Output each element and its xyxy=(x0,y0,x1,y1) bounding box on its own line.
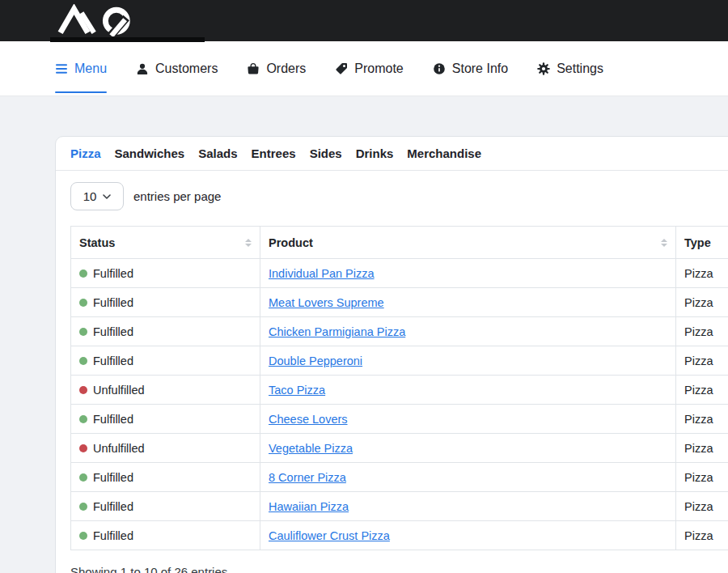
type-cell: Pizza xyxy=(676,434,728,463)
status-dot xyxy=(79,532,87,540)
nav-item-customers[interactable]: Customers xyxy=(136,41,218,96)
product-link[interactable]: Meat Lovers Supreme xyxy=(269,296,384,309)
status-label: Fulfilled xyxy=(93,500,133,513)
sort-icon xyxy=(245,239,252,247)
table-row: Fulfilled Chicken Parmigiana Pizza Pizza xyxy=(71,317,728,346)
status-label: Fulfilled xyxy=(93,354,133,367)
nav-item-menu[interactable]: Menu xyxy=(55,41,107,96)
product-cell: Cheese Lovers xyxy=(260,405,676,434)
menu-card: Pizza Sandwiches Salads Entrees Sides Dr… xyxy=(55,136,728,573)
tag-icon xyxy=(335,62,348,75)
status-cell: Fulfilled xyxy=(71,288,260,317)
status-label: Fulfilled xyxy=(93,267,133,280)
table-row: Fulfilled Cauliflower Crust Pizza Pizza xyxy=(71,521,728,550)
hamburger-icon xyxy=(55,63,68,74)
table-row: Fulfilled Double Pepperoni Pizza xyxy=(71,346,728,376)
nav-item-label: Promote xyxy=(354,62,403,76)
type-cell: Pizza xyxy=(676,405,728,434)
table-row: Fulfilled Individual Pan Pizza Pizza xyxy=(71,259,728,288)
product-link[interactable]: Taco Pizza xyxy=(269,384,325,397)
table-header-row: Status Product Type xyxy=(71,227,728,259)
table-row: Unfulfilled Taco Pizza Pizza xyxy=(71,376,728,405)
product-link[interactable]: Cauliflower Crust Pizza xyxy=(269,529,390,542)
status-label: Fulfilled xyxy=(93,413,133,426)
status-dot xyxy=(79,386,87,394)
tab-merchandise[interactable]: Merchandise xyxy=(407,146,481,160)
nav-item-label: Store Info xyxy=(452,62,508,76)
type-cell: Pizza xyxy=(676,259,728,288)
product-cell: Vegetable Pizza xyxy=(260,434,676,463)
type-label: Pizza xyxy=(684,500,713,513)
column-header-status[interactable]: Status xyxy=(71,227,260,259)
product-cell: Taco Pizza xyxy=(260,376,676,405)
page-size-row: 10 entries per page xyxy=(70,182,728,210)
nav-item-orders[interactable]: Orders xyxy=(247,41,306,96)
product-cell: Double Pepperoni xyxy=(260,346,676,376)
chevron-down-icon xyxy=(103,194,111,199)
tab-salads[interactable]: Salads xyxy=(198,146,237,160)
product-link[interactable]: Individual Pan Pizza xyxy=(269,267,375,280)
status-dot xyxy=(79,299,87,307)
nav-item-label: Customers xyxy=(155,62,218,76)
tab-entrees[interactable]: Entrees xyxy=(252,146,296,160)
product-link[interactable]: Cheese Lovers xyxy=(269,413,348,426)
product-link[interactable]: 8 Corner Pizza xyxy=(269,471,346,484)
category-tabs: Pizza Sandwiches Salads Entrees Sides Dr… xyxy=(56,137,728,171)
status-cell: Fulfilled xyxy=(71,492,260,521)
status-label: Fulfilled xyxy=(93,296,133,309)
tab-sandwiches[interactable]: Sandwiches xyxy=(115,146,185,160)
product-link[interactable]: Chicken Parmigiana Pizza xyxy=(269,325,405,338)
type-cell: Pizza xyxy=(676,317,728,346)
table-row: Fulfilled Hawaiian Pizza Pizza xyxy=(71,492,728,521)
type-label: Pizza xyxy=(684,267,713,280)
entries-per-page-select[interactable]: 10 xyxy=(70,182,124,210)
status-cell: Fulfilled xyxy=(71,259,260,288)
status-cell: Fulfilled xyxy=(71,521,260,550)
type-label: Pizza xyxy=(684,296,713,309)
nav-item-store-info[interactable]: Store Info xyxy=(433,41,508,96)
page-content: Pizza Sandwiches Salads Entrees Sides Dr… xyxy=(0,96,728,573)
nav-item-label: Settings xyxy=(557,62,603,76)
table-row: Fulfilled 8 Corner Pizza Pizza xyxy=(71,463,728,492)
nav-item-promote[interactable]: Promote xyxy=(335,41,403,96)
table-row: Fulfilled Meat Lovers Supreme Pizza xyxy=(71,288,728,317)
tab-sides[interactable]: Sides xyxy=(310,146,342,160)
tab-drinks[interactable]: Drinks xyxy=(356,146,394,160)
type-label: Pizza xyxy=(684,413,713,426)
type-cell: Pizza xyxy=(676,346,728,376)
status-cell: Unfulfilled xyxy=(71,434,260,463)
column-header-type: Type xyxy=(676,227,728,259)
tab-pizza[interactable]: Pizza xyxy=(70,146,101,160)
status-label: Fulfilled xyxy=(93,529,133,542)
person-icon xyxy=(136,62,149,75)
bag-icon xyxy=(247,62,260,75)
product-cell: Meat Lovers Supreme xyxy=(260,288,676,317)
status-dot xyxy=(79,328,87,336)
column-header-label: Status xyxy=(79,236,115,249)
product-link[interactable]: Double Pepperoni xyxy=(269,354,362,367)
status-dot xyxy=(79,444,87,452)
status-cell: Fulfilled xyxy=(71,405,260,434)
column-header-product[interactable]: Product xyxy=(260,227,676,259)
column-header-label: Type xyxy=(684,236,711,249)
product-link[interactable]: Hawaiian Pizza xyxy=(269,500,349,513)
product-link[interactable]: Vegetable Pizza xyxy=(269,442,353,455)
sort-icon xyxy=(661,239,667,247)
status-label: Unfulfilled xyxy=(93,384,145,397)
entries-per-page-label: entries per page xyxy=(133,189,221,203)
type-cell: Pizza xyxy=(676,463,728,492)
app-header xyxy=(0,0,728,41)
table-row: Fulfilled Cheese Lovers Pizza xyxy=(71,405,728,434)
status-cell: Fulfilled xyxy=(71,317,260,346)
type-cell: Pizza xyxy=(676,288,728,317)
status-cell: Unfulfilled xyxy=(71,376,260,405)
table-summary: Showing 1 to 10 of 26 entries xyxy=(70,565,728,573)
info-icon xyxy=(433,62,446,75)
product-cell: Individual Pan Pizza xyxy=(260,259,676,288)
status-label: Fulfilled xyxy=(93,471,133,484)
status-dot xyxy=(79,270,87,278)
type-label: Pizza xyxy=(684,384,713,397)
status-dot xyxy=(79,357,87,365)
nav-item-settings[interactable]: Settings xyxy=(537,41,603,96)
status-dot xyxy=(79,415,87,423)
